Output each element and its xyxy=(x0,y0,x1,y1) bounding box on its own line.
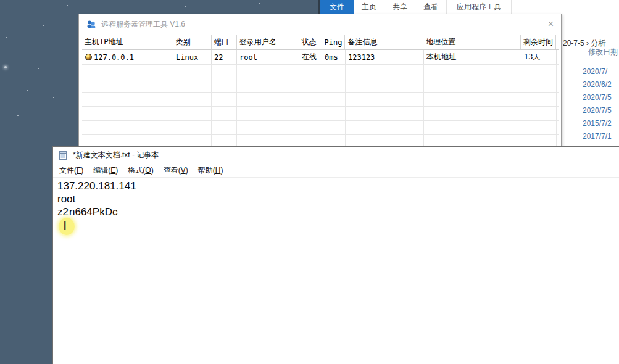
file-row-date[interactable]: 2020/6/2 xyxy=(583,78,612,91)
file-row-date[interactable]: 2020/7/5 xyxy=(583,91,612,104)
table-header-row: 主机IP地址 类别 端口 登录用户名 状态 Ping 备注信息 地理位置 剩余时… xyxy=(82,35,559,50)
menu-format[interactable]: 格式(O) xyxy=(124,165,157,176)
star xyxy=(6,37,7,38)
cell-note: 123123 xyxy=(346,50,424,64)
app-icon xyxy=(86,19,96,29)
cell-username: root xyxy=(237,50,299,64)
tab-view[interactable]: 查看 xyxy=(415,0,446,14)
star xyxy=(185,6,186,7)
cell-filler xyxy=(557,50,559,64)
star xyxy=(259,3,260,4)
close-icon[interactable]: × xyxy=(548,19,554,29)
col-username[interactable]: 登录用户名 xyxy=(237,35,299,49)
notepad-titlebar[interactable]: *新建文本文档.txt - 记事本 xyxy=(53,147,619,163)
text-line: z2n664PkDc xyxy=(57,205,619,218)
menu-edit[interactable]: 编辑(E) xyxy=(89,165,122,176)
cell-host-ip: 127.0.0.1 xyxy=(82,50,173,64)
col-location[interactable]: 地理位置 xyxy=(423,35,521,49)
cell-type: Linux xyxy=(173,50,212,64)
server-table: 主机IP地址 类别 端口 登录用户名 状态 Ping 备注信息 地理位置 剩余时… xyxy=(82,35,559,146)
notepad-text-area[interactable]: 137.220.181.141 root z2n664PkDc xyxy=(53,178,619,218)
screen: 文件 主页 共享 查看 应用程序工具 20-7-5 › 分析 修改日期 2020… xyxy=(0,0,619,364)
cell-time-left: 13天 xyxy=(521,50,557,64)
text-line: 137.220.181.141 xyxy=(57,180,619,192)
star xyxy=(43,25,44,26)
star xyxy=(67,5,68,6)
file-row-date[interactable]: 2015/7/2 xyxy=(583,117,612,130)
notepad-menubar: 文件(F) 编辑(E) 格式(O) 查看(V) 帮助(H) xyxy=(53,163,619,178)
menu-view[interactable]: 查看(V) xyxy=(160,165,192,176)
column-header-date-modified[interactable]: 修改日期 xyxy=(584,46,618,59)
col-filler xyxy=(556,35,559,49)
notepad-window: *新建文本文档.txt - 记事本 文件(F) 编辑(E) 格式(O) 查看(V… xyxy=(52,146,619,364)
file-row-date[interactable]: 2017/7/1 xyxy=(583,130,612,143)
file-row-date[interactable]: 2020/7/ xyxy=(583,65,612,78)
tab-app-tools[interactable]: 应用程序工具 xyxy=(446,0,512,14)
server-manager-window: 远程服务器管理工具 V1.6 × 主机IP地址 类别 端口 登录用户名 状态 P… xyxy=(78,14,562,147)
text-line: root xyxy=(57,192,619,205)
window-title: 远程服务器管理工具 V1.6 xyxy=(101,19,185,30)
file-date-list: 2020/7/ 2020/6/2 2020/7/5 2020/7/5 2015/… xyxy=(583,65,612,156)
tab-share[interactable]: 共享 xyxy=(384,0,415,14)
cell-port: 22 xyxy=(212,50,237,64)
star xyxy=(17,115,19,116)
col-port[interactable]: 端口 xyxy=(212,35,237,49)
notepad-icon xyxy=(58,151,68,160)
explorer-ribbon-tabs: 文件 主页 共享 查看 应用程序工具 xyxy=(318,0,619,14)
cell-status: 在线 xyxy=(299,50,322,64)
star xyxy=(27,90,28,91)
star xyxy=(53,97,54,98)
col-type[interactable]: 类别 xyxy=(173,35,212,49)
empty-grid-rows xyxy=(82,64,559,146)
col-note[interactable]: 备注信息 xyxy=(345,35,423,49)
menu-help[interactable]: 帮助(H) xyxy=(194,165,227,176)
col-ping[interactable]: Ping xyxy=(322,35,346,49)
col-host-ip[interactable]: 主机IP地址 xyxy=(82,35,173,49)
tab-file[interactable]: 文件 xyxy=(320,0,354,14)
server-manager-titlebar[interactable]: 远程服务器管理工具 V1.6 × xyxy=(79,14,561,34)
mouse-cursor: I xyxy=(58,217,75,236)
col-status[interactable]: 状态 xyxy=(299,35,322,49)
star xyxy=(4,66,7,68)
cell-location: 本机地址 xyxy=(424,50,521,64)
server-row[interactable]: 127.0.0.1 Linux 22 root 在线 0ms 123123 本机… xyxy=(82,50,559,65)
server-globe-icon xyxy=(85,54,92,60)
col-time-left[interactable]: 剩余时间 xyxy=(521,35,556,49)
tab-home[interactable]: 主页 xyxy=(354,0,384,14)
star xyxy=(38,68,39,69)
ibeam-cursor-icon: I xyxy=(62,218,67,233)
cell-ping: 0ms xyxy=(322,50,346,64)
menu-file[interactable]: 文件(F) xyxy=(56,165,87,176)
file-row-date[interactable]: 2020/7/5 xyxy=(583,104,612,117)
notepad-title: *新建文本文档.txt - 记事本 xyxy=(73,150,159,160)
explorer-panel: 20-7-5 › 分析 修改日期 2020/7/ 2020/6/2 2020/7… xyxy=(560,14,619,147)
